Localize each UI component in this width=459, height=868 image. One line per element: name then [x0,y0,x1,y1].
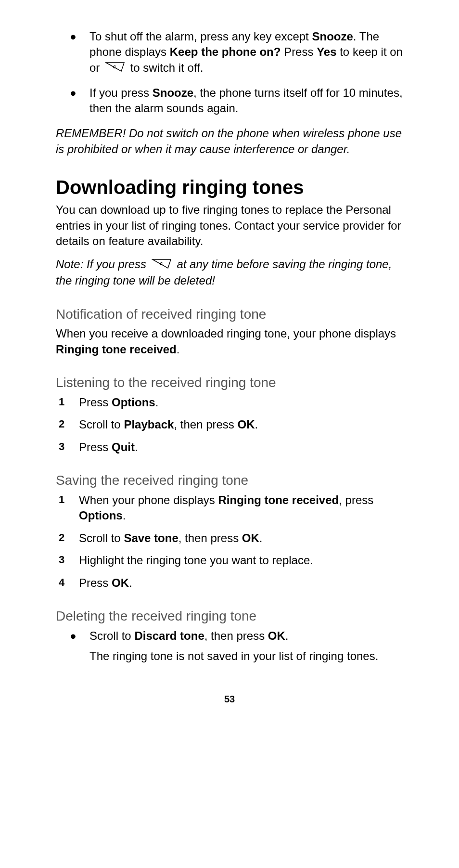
list-item: If you press Snooze, the phone turns its… [56,85,403,117]
text: Snooze [153,86,193,99]
text: If you press [89,86,153,99]
list-item: 3 Highlight the ringing tone you want to… [56,553,403,568]
text: Options [112,396,155,409]
text: to switch it off. [127,61,203,74]
text: Press [79,440,112,453]
alarm-bullet-list: To shut off the alarm, press any key exc… [56,29,403,116]
text: . [259,531,263,544]
list-item: Scroll to Discard tone, then press OK. T… [56,628,403,664]
text: Press [280,45,317,58]
step-number: 4 [59,575,64,590]
text: When your phone displays [79,493,218,506]
text: . [123,509,126,522]
subheading-notification: Notification of received ringing tone [56,305,403,324]
text: . [135,440,138,453]
text: OK [238,418,255,431]
text: Highlight the ringing tone you want to r… [79,554,313,567]
svg-text:c: c [113,64,116,69]
c-key-icon: c [105,61,125,76]
section-heading-downloading: Downloading ringing tones [56,174,403,200]
deleting-subtext: The ringing tone is not saved in your li… [89,648,403,664]
c-key-icon: c [152,258,172,273]
text: , press [339,493,373,506]
text: Press [79,396,112,409]
step-number: 2 [59,531,64,545]
downloading-intro: You can download up to five ringing tone… [56,202,403,249]
list-item: 4 Press OK. [56,575,403,591]
text: Scroll to [89,629,134,642]
step-number: 3 [59,440,64,454]
text: Playback [124,418,174,431]
downloading-note: Note: If you press c at any time before … [56,257,403,288]
remember-note: REMEMBER! Do not switch on the phone whe… [56,126,403,157]
list-item: 3 Press Quit. [56,440,403,455]
text: Keep the phone on? [170,45,281,58]
text: . [285,629,289,642]
step-number: 2 [59,417,64,431]
page-number: 53 [56,693,403,706]
step-number: 1 [59,492,64,507]
step-number: 1 [59,395,64,409]
text: OK [112,576,129,589]
list-item: To shut off the alarm, press any key exc… [56,29,403,77]
list-item: 2 Scroll to Save tone, then press OK. [56,531,403,546]
subheading-listening: Listening to the received ringing tone [56,374,403,392]
text: Note: If you press [56,258,150,271]
text: When you receive a downloaded ringing to… [56,327,396,340]
text: Save tone [124,531,178,544]
text: Ringing tone received [56,343,177,356]
list-item: 1 Press Options. [56,395,403,410]
text: Scroll to [79,531,124,544]
step-number: 3 [59,553,64,567]
text: . [255,418,258,431]
text: Options [79,509,123,522]
saving-steps: 1 When your phone displays Ringing tone … [56,492,403,591]
notification-text: When you receive a downloaded ringing to… [56,326,403,357]
text: Scroll to [79,418,124,431]
svg-text:c: c [160,260,163,266]
text: . [155,396,159,409]
listening-steps: 1 Press Options. 2 Scroll to Playback, t… [56,395,403,455]
list-item: 1 When your phone displays Ringing tone … [56,492,403,524]
subheading-saving: Saving the received ringing tone [56,471,403,490]
text: Press [79,576,112,589]
text: Ringing tone received [218,493,339,506]
text: Snooze [312,30,353,43]
text: , then press [174,418,237,431]
text: Discard tone [134,629,204,642]
text: . [177,343,180,356]
text: , then press [204,629,268,642]
text: OK [242,531,259,544]
text: Quit [112,440,135,453]
text: To shut off the alarm, press any key exc… [89,30,312,43]
text: Yes [317,45,336,58]
list-item: 2 Scroll to Playback, then press OK. [56,417,403,432]
text: OK [268,629,285,642]
deleting-bullet-list: Scroll to Discard tone, then press OK. T… [56,628,403,664]
text: . [129,576,132,589]
text: , then press [178,531,242,544]
subheading-deleting: Deleting the received ringing tone [56,607,403,625]
